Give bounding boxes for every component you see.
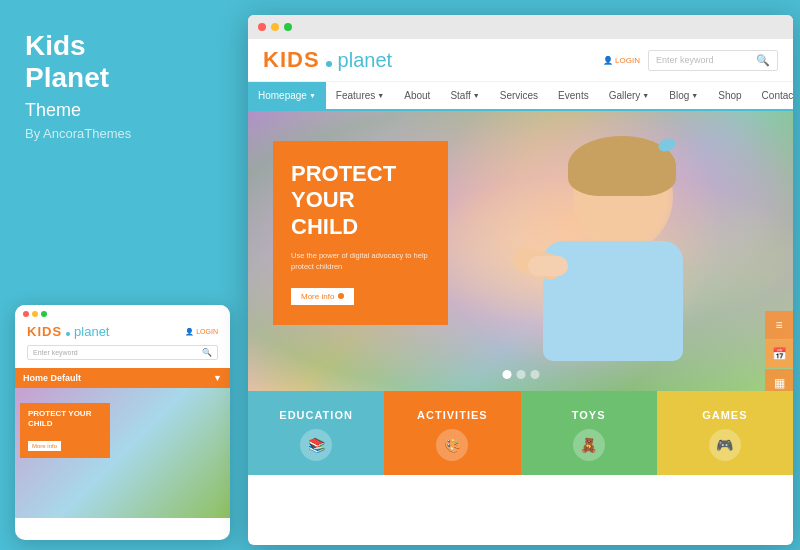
cat-title-toys: TOYS <box>531 409 647 421</box>
search-placeholder: Enter keyword <box>656 55 751 65</box>
search-box[interactable]: Enter keyword 🔍 <box>648 50 778 71</box>
dot-yellow <box>32 311 38 317</box>
mobile-search-icon: 🔍 <box>202 348 212 357</box>
site-logo: KIDS planet <box>263 47 392 73</box>
mobile-logo-bar: KIDS planet 👤 LOGIN <box>23 322 222 341</box>
mobile-nav-arrow: ▼ <box>213 373 222 383</box>
hero-description: Use the power of digital advocacy to hel… <box>291 250 430 273</box>
header-login[interactable]: 👤 LOGIN <box>603 56 640 65</box>
nav-item-events[interactable]: Events <box>548 82 599 109</box>
cat-title-education: EDUCATION <box>258 409 374 421</box>
left-title: Kids Planet <box>25 30 220 94</box>
browser-dot-red <box>258 23 266 31</box>
side-icon-calendar[interactable]: 📅 <box>765 340 793 368</box>
slider-dot-2[interactable] <box>516 370 525 379</box>
slider-dots <box>502 370 539 379</box>
mobile-nav-label: Home Default <box>23 373 81 383</box>
logo-separator <box>326 61 332 67</box>
slider-dot-1[interactable] <box>502 370 511 379</box>
cat-card-games[interactable]: GAMES 🎮 <box>657 391 793 475</box>
cat-icon-education: 📚 <box>300 429 332 461</box>
cat-card-activities[interactable]: ACTIVITIES 🎨 <box>384 391 520 475</box>
cat-icon-toys: 🧸 <box>573 429 605 461</box>
nav-item-services[interactable]: Services <box>490 82 548 109</box>
cat-card-education[interactable]: EDUCATION 📚 <box>248 391 384 475</box>
browser-dot-yellow <box>271 23 279 31</box>
side-icons: ≡ 📅 ▦ <box>765 311 793 391</box>
hero-more-dot <box>338 293 344 299</box>
mobile-logo-planet: planet <box>74 324 109 339</box>
browser-window: KIDS planet 👤 LOGIN Enter keyword 🔍 Home… <box>248 15 793 545</box>
nav-arrow-features: ▼ <box>377 92 384 99</box>
browser-dot-green <box>284 23 292 31</box>
title-line2: Planet <box>25 62 109 93</box>
hero-child-image <box>503 131 733 371</box>
nav-arrow-staff: ▼ <box>473 92 480 99</box>
hero-title: PROTECT YOUR CHILD <box>291 161 430 240</box>
nav-arrow-gallery: ▼ <box>642 92 649 99</box>
left-by: By AncoraThemes <box>25 126 220 141</box>
hero-overlay-box: PROTECT YOUR CHILD Use the power of digi… <box>273 141 448 325</box>
mobile-logo-separator <box>66 332 70 336</box>
mobile-hero: PROTECT YOUR CHILD More info <box>15 388 230 518</box>
mobile-search-bar[interactable]: Enter keyword 🔍 <box>27 345 218 360</box>
dot-red <box>23 311 29 317</box>
nav-item-homepage[interactable]: Homepage ▼ <box>248 82 326 109</box>
cat-icon-activities: 🎨 <box>436 429 468 461</box>
cat-title-games: GAMES <box>667 409 783 421</box>
title-line1: Kids <box>25 30 86 61</box>
mobile-nav-bar[interactable]: Home Default ▼ <box>15 368 230 388</box>
nav-item-staff[interactable]: Staff ▼ <box>440 82 489 109</box>
side-icon-folder[interactable]: ▦ <box>765 369 793 391</box>
nav-item-blog[interactable]: Blog ▼ <box>659 82 708 109</box>
left-panel: Kids Planet Theme By AncoraThemes KIDS p… <box>0 0 245 550</box>
mobile-dots <box>23 311 222 317</box>
mobile-more-info-btn[interactable]: More info <box>28 441 61 451</box>
dot-green <box>41 311 47 317</box>
cat-card-toys[interactable]: TOYS 🧸 <box>521 391 657 475</box>
cat-icon-games: 🎮 <box>709 429 741 461</box>
mobile-login: 👤 LOGIN <box>185 328 218 336</box>
slider-dot-3[interactable] <box>530 370 539 379</box>
left-subtitle: Theme <box>25 100 220 121</box>
mobile-logo: KIDS planet <box>27 324 109 339</box>
header-right: 👤 LOGIN Enter keyword 🔍 <box>603 50 778 71</box>
logo-kids: KIDS <box>263 47 320 73</box>
nav-item-features[interactable]: Features ▼ <box>326 82 394 109</box>
mobile-search-placeholder: Enter keyword <box>33 349 202 356</box>
nav-item-contacts[interactable]: Contacts <box>752 82 793 109</box>
search-button[interactable]: 🔍 <box>756 54 770 67</box>
category-section: EDUCATION 📚 ACTIVITIES 🎨 TOYS 🧸 GAMES 🎮 <box>248 391 793 475</box>
hero-section: PROTECT YOUR CHILD Use the power of digi… <box>248 111 793 391</box>
mobile-logo-kids: KIDS <box>27 324 62 339</box>
logo-planet: planet <box>338 49 393 72</box>
nav-item-shop[interactable]: Shop <box>708 82 751 109</box>
cat-title-activities: ACTIVITIES <box>394 409 510 421</box>
browser-chrome <box>248 15 793 39</box>
side-icon-list[interactable]: ≡ <box>765 311 793 339</box>
mobile-hero-title: PROTECT YOUR CHILD <box>28 409 102 430</box>
nav-arrow-homepage: ▼ <box>309 92 316 99</box>
site-header: KIDS planet 👤 LOGIN Enter keyword 🔍 <box>248 39 793 82</box>
nav-arrow-blog: ▼ <box>691 92 698 99</box>
mobile-header: KIDS planet 👤 LOGIN Enter keyword 🔍 <box>15 305 230 368</box>
mobile-mockup: KIDS planet 👤 LOGIN Enter keyword 🔍 Home… <box>15 305 230 540</box>
hero-more-button[interactable]: More info <box>291 288 354 305</box>
nav-item-about[interactable]: About <box>394 82 440 109</box>
site-nav: Homepage ▼ Features ▼ About Staff ▼ Serv… <box>248 82 793 111</box>
nav-item-gallery[interactable]: Gallery ▼ <box>599 82 660 109</box>
mobile-hero-overlay: PROTECT YOUR CHILD More info <box>20 403 110 458</box>
